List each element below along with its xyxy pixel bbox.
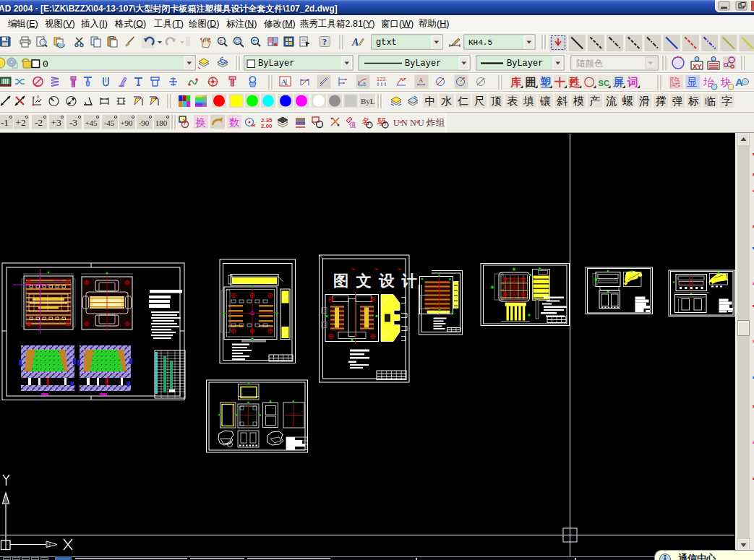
svg-text:标: 标 (687, 95, 699, 107)
svg-text:滑: 滑 (639, 95, 650, 107)
svg-text:0: 0 (43, 59, 48, 70)
svg-text:gtxt: gtxt (376, 38, 397, 48)
svg-text:A: A (419, 77, 424, 84)
svg-text:-45: -45 (104, 119, 115, 127)
svg-text:+3: +3 (51, 117, 61, 128)
svg-text:U: U (393, 118, 400, 128)
svg-text:屏: 屏 (612, 76, 624, 88)
svg-text:N: N (401, 118, 408, 128)
svg-text:通信中心: 通信中心 (678, 553, 716, 560)
svg-text:N: N (410, 118, 416, 128)
svg-text:-3: -3 (69, 117, 77, 128)
svg-text:名: 名 (361, 116, 370, 126)
svg-text:ByLayer: ByLayer (258, 59, 294, 69)
svg-text:-90: -90 (139, 119, 150, 127)
svg-text:镶: 镶 (539, 95, 551, 107)
svg-text:SC: SC (599, 79, 609, 87)
svg-text:A: A (351, 37, 359, 48)
svg-text:KH4.5: KH4.5 (468, 38, 492, 47)
svg-text:塑: 塑 (539, 76, 551, 88)
svg-text:临: 临 (705, 95, 716, 107)
svg-text:顶: 顶 (491, 95, 502, 107)
svg-text:-2: -2 (35, 117, 43, 128)
svg-text:騳: 騳 (377, 116, 386, 126)
svg-text:中: 中 (425, 95, 436, 107)
svg-text:2.00: 2.00 (261, 123, 273, 129)
svg-text:弹: 弹 (672, 95, 683, 107)
svg-text:填: 填 (523, 95, 534, 107)
svg-text:〇: 〇 (584, 76, 595, 88)
svg-text:?: ? (322, 37, 327, 47)
svg-text:炸组: 炸组 (426, 118, 445, 128)
svg-text:换: 换 (195, 116, 206, 128)
svg-text:表: 表 (507, 95, 518, 107)
svg-text:值: 值 (348, 121, 356, 129)
svg-text:A: A (155, 96, 158, 100)
svg-text:180: 180 (155, 119, 168, 127)
svg-text:显: 显 (687, 76, 698, 88)
svg-text:甦: 甦 (568, 76, 580, 88)
svg-text:流: 流 (606, 95, 617, 107)
svg-text:123: 123 (377, 76, 386, 82)
svg-text:斜: 斜 (557, 95, 567, 107)
svg-text:+90: +90 (120, 119, 133, 127)
svg-text:十: 十 (554, 76, 565, 88)
svg-text:撑: 撑 (656, 95, 667, 107)
svg-text:XY: XY (693, 62, 702, 70)
svg-text:ByLayer: ByLayer (405, 59, 441, 69)
svg-text:囲: 囲 (526, 76, 536, 88)
svg-text:产: 产 (590, 95, 601, 107)
svg-text:+2: +2 (15, 117, 25, 128)
svg-text:ByL: ByL (361, 97, 375, 105)
svg-text:数: 数 (229, 116, 239, 128)
svg-text:隐: 隐 (670, 76, 681, 88)
svg-text:图文设计: 图文设计 (333, 272, 424, 290)
svg-text:字: 字 (721, 95, 732, 107)
svg-text:±: ± (220, 38, 223, 44)
svg-text:U: U (418, 118, 424, 128)
svg-text:库: 库 (510, 76, 522, 88)
svg-text:5: 5 (363, 82, 366, 87)
svg-text:+45: +45 (85, 119, 98, 127)
svg-text:词: 词 (627, 76, 638, 88)
svg-text:模: 模 (573, 95, 584, 107)
svg-text:水: 水 (441, 95, 452, 107)
svg-text:ByLayer: ByLayer (507, 59, 543, 69)
svg-text:仁: 仁 (458, 95, 468, 107)
svg-text:尺: 尺 (474, 95, 485, 107)
svg-text:-1: -1 (1, 117, 9, 128)
svg-text:随颜色: 随颜色 (576, 59, 604, 69)
svg-text:螺: 螺 (622, 95, 633, 107)
